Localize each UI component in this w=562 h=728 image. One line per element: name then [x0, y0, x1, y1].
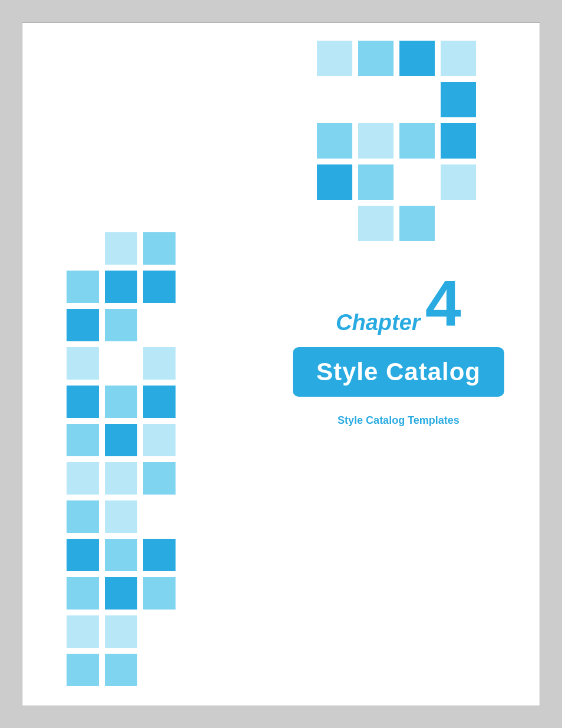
left-grid-block-11 — [143, 386, 176, 418]
left-grid-block-28 — [67, 654, 99, 686]
left-grid-block-27 — [105, 615, 137, 648]
left-grid-block-12 — [67, 424, 99, 456]
left-grid-block-25 — [143, 577, 176, 610]
left-grid-block-26 — [67, 615, 99, 648]
left-grid-block-0 — [105, 232, 137, 265]
left-grid-block-17 — [143, 462, 176, 495]
top-grid-block-11 — [441, 164, 476, 200]
left-grid-block-29 — [105, 654, 137, 686]
left-grid-block-15 — [67, 462, 99, 495]
left-grid-block-1 — [143, 232, 176, 265]
top-grid-block-0 — [317, 41, 352, 76]
top-grid-block-3 — [441, 41, 476, 76]
left-grid-block-14 — [143, 424, 176, 456]
left-grid-block-2 — [67, 271, 99, 303]
left-grid-block-3 — [105, 271, 137, 303]
top-grid-block-5 — [317, 123, 352, 159]
subtitle-text: Style Catalog Templates — [338, 414, 459, 427]
left-grid-block-9 — [67, 386, 99, 418]
top-grid-block-9 — [317, 164, 352, 200]
top-grid-block-13 — [399, 206, 435, 241]
chapter-number: 4 — [425, 271, 461, 335]
top-grid-block-7 — [399, 123, 435, 159]
left-grid-block-19 — [105, 500, 137, 533]
left-grid-block-24 — [105, 577, 137, 610]
top-grid-block-8 — [441, 123, 476, 159]
left-grid-block-8 — [143, 347, 176, 380]
top-grid-block-6 — [358, 123, 394, 159]
top-grid-block-2 — [399, 41, 435, 76]
left-grid-block-6 — [105, 309, 137, 341]
left-grid-block-20 — [67, 539, 99, 571]
left-grid-block-22 — [143, 539, 176, 571]
left-grid-block-18 — [67, 500, 99, 533]
left-grid-block-21 — [105, 539, 137, 571]
page: Chapter 4 Style Catalog Style Catalog Te… — [22, 22, 540, 706]
top-grid-block-1 — [358, 41, 394, 76]
chapter-area: Chapter 4 Style Catalog Style Catalog Te… — [293, 271, 504, 427]
left-grid-block-4 — [143, 271, 176, 303]
title-text: Style Catalog — [316, 358, 481, 386]
chapter-label-row: Chapter 4 — [336, 271, 461, 335]
left-grid-block-10 — [105, 386, 137, 418]
left-grid-block-5 — [67, 309, 99, 341]
chapter-label: Chapter — [336, 310, 421, 335]
left-grid-block-23 — [67, 577, 99, 610]
top-grid-block-12 — [358, 206, 394, 241]
top-grid-block-4 — [441, 82, 476, 117]
left-grid-block-13 — [105, 424, 137, 456]
left-grid-block-16 — [105, 462, 137, 495]
top-grid-block-10 — [358, 164, 394, 200]
title-banner: Style Catalog — [293, 347, 504, 397]
left-grid-block-7 — [67, 347, 99, 380]
